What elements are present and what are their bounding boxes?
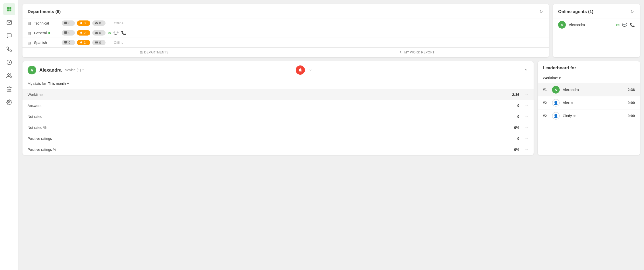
dept-queue-spanish: 1 <box>77 40 90 45</box>
email-badge-icon-g <box>95 31 98 35</box>
bell-icon <box>298 68 303 72</box>
leaderboard-filter-select[interactable]: Worktime ▾ <box>543 76 561 80</box>
agent-row-alexandra: A Alexandra ✉ 💬 📞 <box>553 18 640 31</box>
sidebar-item-settings[interactable] <box>3 96 15 108</box>
not-rated-label: Not rated <box>28 115 517 119</box>
alert-badge[interactable] <box>296 65 305 75</box>
sidebar-item-phone[interactable] <box>3 43 15 55</box>
folder-icon-spanish: ▤ <box>28 41 31 45</box>
not-rated-pct-label: Not rated % <box>28 126 514 130</box>
online-agents-title: Online agents (1) <box>558 9 593 14</box>
dept-queue-technical: 3 <box>77 20 90 26</box>
leaderboard-filter-row: Worktime ▾ <box>538 74 640 83</box>
alert-question-icon[interactable]: ? <box>309 68 312 72</box>
level-question-icon[interactable]: ? <box>82 68 84 72</box>
phone-icon <box>6 46 12 52</box>
email-badge-icon-s <box>95 41 98 44</box>
period-dropdown-arrow: ▾ <box>67 81 69 86</box>
stat-row-positive-pct: Positive ratings % 0% → <box>22 144 534 155</box>
general-online-dot <box>48 32 50 34</box>
tab-work-report[interactable]: ↻ MY WORK REPORT <box>286 48 549 57</box>
rank-1: #1 <box>543 88 549 92</box>
my-stats-header: A Alexandra Novice (1) ? ? ↻ <box>22 61 534 79</box>
not-rated-pct-value: 0% <box>514 126 519 130</box>
alexandra-name: Alexandra <box>569 23 613 27</box>
alexandra-phone-icon[interactable]: 📞 <box>630 22 635 27</box>
not-rated-arrow[interactable]: → <box>524 114 528 119</box>
top-row: Departments (6) ↻ ▤ Technical 0 <box>22 4 640 57</box>
departments-card: Departments (6) ↻ ▤ Technical 0 <box>22 4 549 57</box>
lb-value-1: 2:36 <box>628 88 635 92</box>
phone-action-icon[interactable]: 📞 <box>121 30 126 35</box>
online-agents-refresh-button[interactable]: ↻ <box>629 8 635 15</box>
settings-icon <box>6 99 12 105</box>
answers-arrow[interactable]: → <box>524 103 528 108</box>
lb-avatar-alexandra: A <box>552 86 560 94</box>
leaderboard-row-1: #1 A Alexandra 2:36 <box>538 83 640 96</box>
main-content: Departments (6) ↻ ▤ Technical 0 <box>18 0 644 270</box>
sidebar-item-dashboard[interactable] <box>3 3 15 15</box>
dept-emails-spanish: 0 <box>92 40 106 45</box>
not-rated-pct-arrow[interactable]: → <box>524 125 528 130</box>
lb-value-2b: 0:00 <box>628 114 635 118</box>
worktime-arrow[interactable]: → <box>524 92 528 97</box>
leaderboard-title: Leaderboard for <box>543 65 576 70</box>
email-action-icon[interactable]: ✉ <box>108 30 111 35</box>
chat-badge-icon <box>64 21 67 25</box>
leaderboard-row-2: #2 👤 Alex 0:00 <box>538 96 640 109</box>
leaderboard-header: Leaderboard for <box>538 61 640 74</box>
alexandra-channel-icons: ✉ 💬 📞 <box>616 22 635 27</box>
my-agent-name: Alexandra <box>39 68 62 73</box>
departments-title: Departments (6) <box>28 9 61 14</box>
alexandra-avatar: A <box>558 21 566 29</box>
tab-departments[interactable]: ▤ DEPARTMENTS <box>22 48 286 57</box>
sidebar-item-bank[interactable] <box>3 83 15 95</box>
online-agents-header: Online agents (1) ↻ <box>553 4 640 18</box>
report-tab-icon: ↻ <box>400 51 403 54</box>
fire-badge-icon-g <box>79 31 83 35</box>
fire-badge-icon-s <box>79 41 83 44</box>
dept-name-spanish: Spanish <box>34 41 60 45</box>
departments-refresh-button[interactable]: ↻ <box>538 8 544 15</box>
svg-rect-3 <box>9 9 11 11</box>
dept-row-spanish: ▤ Spanish 0 1 <box>22 38 549 47</box>
alexandra-email-icon[interactable]: ✉ <box>616 22 619 27</box>
stats-period-select[interactable]: This month ▾ <box>48 81 69 86</box>
chat-action-icon[interactable]: 💬 <box>113 30 119 35</box>
sidebar-item-contacts[interactable] <box>3 70 15 82</box>
folder-icon-technical: ▤ <box>28 21 31 25</box>
sidebar-item-mail[interactable] <box>3 16 15 29</box>
alexandra-chat-icon[interactable]: 💬 <box>622 22 627 27</box>
dept-emails-technical: 0 <box>92 20 106 26</box>
answers-value: 0 <box>517 104 519 108</box>
leaderboard-card: Leaderboard for Worktime ▾ #1 A Alexandr… <box>538 61 640 155</box>
bank-icon <box>6 86 12 92</box>
lb-name-alexandra: Alexandra <box>563 88 625 92</box>
fire-badge-icon <box>79 21 83 25</box>
dept-name-technical: Technical <box>34 21 60 25</box>
agent-level: Novice (1) ? <box>65 68 84 72</box>
dept-stats-spanish: 0 1 0 Offline <box>62 40 544 45</box>
svg-rect-0 <box>7 7 9 9</box>
grid-icon <box>6 6 12 12</box>
dept-emails-general: 0 <box>92 30 106 36</box>
cindy-offline-dot <box>573 115 576 117</box>
chat-icon <box>6 33 12 39</box>
reports-icon <box>6 60 12 65</box>
leaderboard-row-3: #2 👤 Cindy 0:00 <box>538 109 640 122</box>
sidebar-item-chat[interactable] <box>3 30 15 42</box>
positive-pct-arrow[interactable]: → <box>524 147 528 152</box>
positive-value: 0 <box>517 137 519 141</box>
stat-row-worktime: Worktime 2:36 → <box>22 89 534 100</box>
svg-point-6 <box>7 74 9 75</box>
stat-row-positive: Positive ratings 0 → <box>22 133 534 144</box>
worktime-value: 2:36 <box>512 93 519 97</box>
sidebar-item-reports[interactable] <box>3 56 15 69</box>
chat-badge-icon-g <box>64 31 67 35</box>
positive-arrow[interactable]: → <box>524 136 528 141</box>
dept-actions-general: ✉ 💬 📞 <box>108 30 126 35</box>
online-agents-card: Online agents (1) ↻ A Alexandra ✉ 💬 📞 <box>553 4 640 57</box>
stats-refresh-button[interactable]: ↻ <box>523 67 528 74</box>
departments-list: ▤ Technical 0 3 <box>22 18 549 47</box>
dept-chats-general: 0 <box>62 30 75 36</box>
